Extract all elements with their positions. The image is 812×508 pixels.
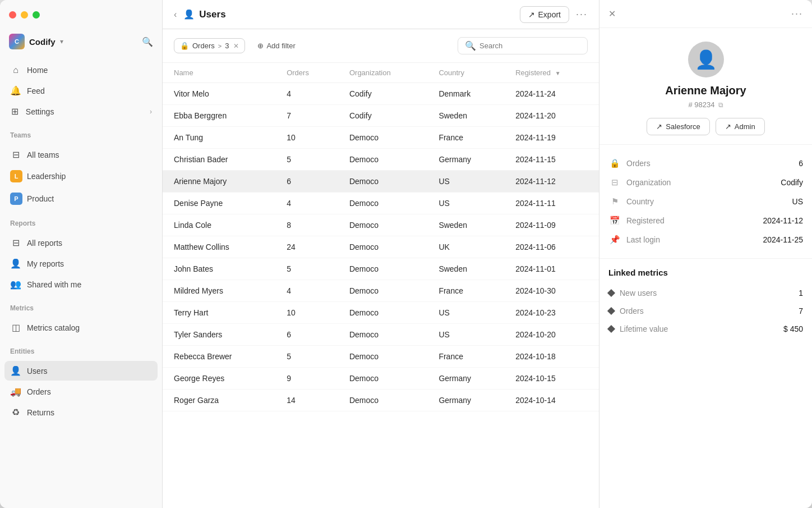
cell-registered: 2024-11-20 bbox=[504, 105, 599, 127]
table-row[interactable]: Christian Bader5DemocoGermany2024-11-15 bbox=[163, 149, 599, 171]
main-nav: ⌂ Home 🔔 Feed ⊞ Settings › bbox=[0, 58, 162, 125]
minimize-traffic-light[interactable] bbox=[21, 11, 28, 19]
sidebar-item-orders[interactable]: 🚚 Orders bbox=[4, 382, 158, 401]
more-options-button[interactable]: ··· bbox=[576, 8, 588, 20]
admin-button[interactable]: ↗ Admin bbox=[716, 118, 765, 135]
maximize-traffic-light[interactable] bbox=[33, 11, 40, 19]
cell-name: Arienne Majory bbox=[163, 171, 275, 193]
entities-nav: 👤 Users 🚚 Orders ♻ Returns bbox=[0, 359, 162, 425]
search-icon[interactable]: 🔍 bbox=[142, 36, 153, 47]
cell-orders: 10 bbox=[275, 127, 338, 149]
settings-icon: ⊞ bbox=[10, 106, 20, 117]
cell-organization: Democo bbox=[338, 324, 427, 346]
sidebar-item-my-reports[interactable]: 👤 My reports bbox=[4, 254, 158, 273]
close-traffic-light[interactable] bbox=[9, 11, 16, 19]
cell-registered: 2024-10-20 bbox=[504, 324, 599, 346]
sidebar-item-leadership[interactable]: L Leadership bbox=[4, 166, 158, 187]
metric-diamond-icon bbox=[607, 307, 615, 315]
cell-organization: Democo bbox=[338, 127, 427, 149]
export-button[interactable]: ↗ Export bbox=[520, 6, 569, 23]
search-icon: 🔍 bbox=[465, 40, 476, 51]
panel-close-button[interactable]: ✕ bbox=[608, 8, 616, 19]
salesforce-label: Salesforce bbox=[666, 122, 700, 131]
table-row[interactable]: Roger Garza14DemocoGermany2024-10-14 bbox=[163, 390, 599, 411]
sidebar-item-label: My reports bbox=[27, 259, 64, 268]
metrics-title: Linked metrics bbox=[608, 268, 803, 277]
detail-value: 2024-11-12 bbox=[763, 216, 803, 225]
table-row[interactable]: Linda Cole8DemocoSweden2024-11-09 bbox=[163, 214, 599, 236]
settings-chevron-icon: › bbox=[150, 108, 152, 116]
cell-name: Matthew Collins bbox=[163, 236, 275, 258]
cell-country: Sweden bbox=[427, 258, 504, 280]
salesforce-icon: ↗ bbox=[656, 122, 662, 131]
cell-registered: 2024-10-15 bbox=[504, 368, 599, 390]
table-row[interactable]: Terry Hart10DemocoUS2024-10-23 bbox=[163, 302, 599, 324]
teams-nav: ⊟ All teams L Leadership P Product bbox=[0, 143, 162, 213]
cell-name: Terry Hart bbox=[163, 302, 275, 324]
add-filter-button[interactable]: ⊕ Add filter bbox=[251, 39, 302, 53]
metric-row-orders: Orders 7 bbox=[608, 302, 803, 320]
sidebar-item-shared-with-me[interactable]: 👥 Shared with me bbox=[4, 274, 158, 294]
sidebar-item-all-reports[interactable]: ⊟ All reports bbox=[4, 233, 158, 253]
table-row[interactable]: Denise Payne4DemocoUS2024-11-11 bbox=[163, 193, 599, 214]
sort-icon: ▼ bbox=[555, 70, 561, 76]
cell-registered: 2024-10-14 bbox=[504, 390, 599, 411]
right-panel: ✕ ··· 👤 Arienne Majory # 98234 ⧉ ↗ Sales… bbox=[599, 0, 812, 508]
brand-logo: C bbox=[9, 34, 25, 49]
brand-name: Codify bbox=[29, 37, 56, 47]
detail-value: US bbox=[792, 197, 803, 206]
filter-chip-close[interactable]: ✕ bbox=[233, 42, 239, 50]
table-row[interactable]: George Reyes9DemocoGermany2024-10-15 bbox=[163, 368, 599, 390]
copy-icon[interactable]: ⧉ bbox=[718, 101, 723, 109]
sidebar-item-settings[interactable]: ⊞ Settings › bbox=[4, 102, 158, 121]
table-row[interactable]: Matthew Collins24DemocoUK2024-11-06 bbox=[163, 236, 599, 258]
table-row[interactable]: John Bates5DemocoSweden2024-11-01 bbox=[163, 258, 599, 280]
sidebar-item-metrics-catalog[interactable]: ◫ Metrics catalog bbox=[4, 318, 158, 337]
filter-chip[interactable]: 🔒 Orders > 3 ✕ bbox=[174, 38, 245, 53]
search-input[interactable] bbox=[479, 42, 580, 50]
table-row[interactable]: Arienne Majory6DemocoUS2024-11-12 bbox=[163, 171, 599, 193]
sidebar-item-users[interactable]: 👤 Users bbox=[4, 361, 158, 381]
table-row[interactable]: Ebba Berggren7CodifySweden2024-11-20 bbox=[163, 105, 599, 127]
cell-name: Vitor Melo bbox=[163, 83, 275, 105]
metric-diamond-icon bbox=[607, 289, 615, 297]
metrics-section-label: Metrics bbox=[0, 298, 162, 315]
col-orders: Orders bbox=[275, 63, 338, 83]
brand-left[interactable]: C Codify ▾ bbox=[9, 34, 63, 49]
table-row[interactable]: Rebecca Brewer5DemocoFrance2024-10-18 bbox=[163, 346, 599, 368]
metric-value: $ 450 bbox=[783, 324, 803, 333]
detail-value: 2024-11-25 bbox=[763, 235, 803, 244]
cell-registered: 2024-10-23 bbox=[504, 302, 599, 324]
profile-name: Arienne Majory bbox=[665, 84, 746, 97]
sidebar-item-all-teams[interactable]: ⊟ All teams bbox=[4, 145, 158, 164]
cell-orders: 4 bbox=[275, 280, 338, 302]
sidebar-item-label: Users bbox=[27, 367, 48, 376]
cell-registered: 2024-11-06 bbox=[504, 236, 599, 258]
my-reports-icon: 👤 bbox=[10, 258, 21, 269]
shared-icon: 👥 bbox=[10, 279, 21, 290]
cell-name: Roger Garza bbox=[163, 390, 275, 411]
cell-organization: Democo bbox=[338, 149, 427, 171]
panel-header: ✕ ··· bbox=[599, 0, 812, 28]
table-row[interactable]: Mildred Myers4DemocoFrance2024-10-30 bbox=[163, 280, 599, 302]
panel-more-button[interactable]: ··· bbox=[791, 8, 803, 20]
table-row[interactable]: Vitor Melo4CodifyDenmark2024-11-24 bbox=[163, 83, 599, 105]
sidebar-item-label: Home bbox=[27, 66, 48, 75]
cell-orders: 6 bbox=[275, 171, 338, 193]
header-right: ↗ Export ··· bbox=[520, 6, 588, 23]
reports-nav: ⊟ All reports 👤 My reports 👥 Shared with… bbox=[0, 231, 162, 298]
profile-actions: ↗ Salesforce ↗ Admin bbox=[647, 118, 764, 135]
add-filter-label: Add filter bbox=[266, 42, 295, 50]
table-row[interactable]: An Tung10DemocoFrance2024-11-19 bbox=[163, 127, 599, 149]
product-icon: P bbox=[10, 193, 21, 205]
salesforce-button[interactable]: ↗ Salesforce bbox=[647, 118, 709, 135]
add-filter-icon: ⊕ bbox=[257, 42, 264, 50]
back-button[interactable]: ‹ bbox=[174, 10, 177, 20]
sidebar-item-feed[interactable]: 🔔 Feed bbox=[4, 81, 158, 100]
sidebar-item-home[interactable]: ⌂ Home bbox=[4, 61, 158, 80]
profile-id: # 98234 ⧉ bbox=[689, 100, 723, 109]
reports-section-label: Reports bbox=[0, 213, 162, 231]
table-row[interactable]: Tyler Sanders6DemocoUS2024-10-20 bbox=[163, 324, 599, 346]
sidebar-item-returns[interactable]: ♻ Returns bbox=[4, 402, 158, 422]
sidebar-item-product[interactable]: P Product bbox=[4, 188, 158, 209]
